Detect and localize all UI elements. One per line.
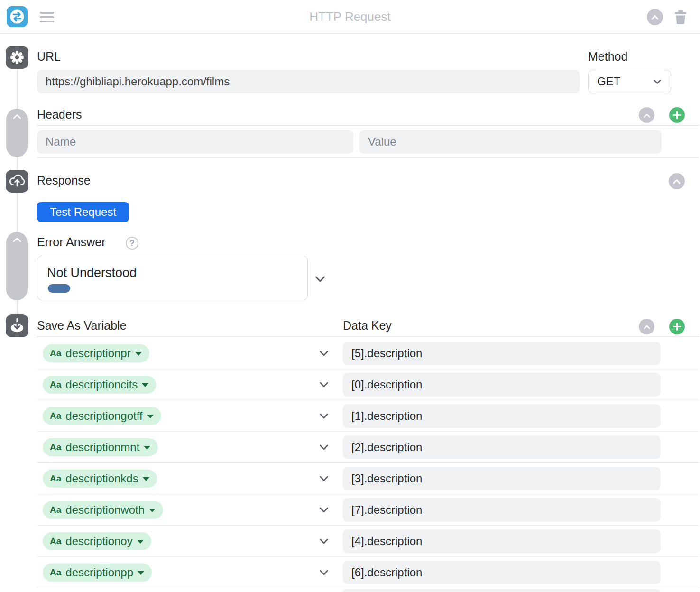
plus-icon xyxy=(672,322,682,331)
variable-name: descriptionmnt xyxy=(65,441,139,454)
url-input[interactable] xyxy=(37,70,580,93)
error-answer-label: Error Answer xyxy=(37,235,105,249)
pill-dropdown-triangle-icon xyxy=(135,352,142,356)
variable-name: descriptioncits xyxy=(65,378,138,391)
http-request-block-editor: HTTP Request xyxy=(0,0,700,592)
divider xyxy=(37,588,699,589)
top-bar: HTTP Request xyxy=(0,0,700,34)
data-key-label: Data Key xyxy=(343,319,392,333)
headers-label: Headers xyxy=(37,108,82,121)
pill-dropdown-triangle-icon xyxy=(149,509,156,512)
test-request-button[interactable]: Test Request xyxy=(37,202,129,222)
variable-type-prefix: Aa xyxy=(50,473,61,484)
data-key-input[interactable] xyxy=(343,529,661,553)
save-variable-section-icon xyxy=(6,314,28,337)
method-label: Method xyxy=(588,50,627,64)
variable-pill[interactable]: Aa descriptioncits xyxy=(43,376,156,394)
data-key-input[interactable] xyxy=(343,404,661,428)
header-value-input[interactable] xyxy=(359,130,662,154)
variable-type-prefix: Aa xyxy=(50,536,61,546)
variable-type-prefix: Aa xyxy=(50,411,61,421)
data-key-input[interactable] xyxy=(343,561,661,584)
block-title: HTTP Request xyxy=(0,0,700,34)
chevron-up-icon xyxy=(650,14,660,20)
variable-type-prefix: Aa xyxy=(50,567,61,578)
url-label: URL xyxy=(37,50,61,64)
variable-row: Aa descriptionwoth xyxy=(0,494,700,526)
data-key-input-partial[interactable] xyxy=(343,589,661,592)
error-answer-value: Not Understood xyxy=(47,266,137,280)
variable-row: Aa descriptioncits xyxy=(0,369,700,400)
divider xyxy=(37,125,699,126)
variable-name: descriptionpr xyxy=(65,347,130,360)
variable-name: descriptionpp xyxy=(65,566,133,579)
chevron-down-icon[interactable] xyxy=(317,472,331,485)
variable-row: Aa descriptionpr xyxy=(0,338,700,369)
method-value: GET xyxy=(597,75,620,88)
response-collapse-button[interactable] xyxy=(669,173,685,189)
data-key-input[interactable] xyxy=(343,435,661,459)
variable-pill[interactable]: Aa descriptionwoth xyxy=(43,501,163,519)
error-answer-select[interactable]: Not Understood xyxy=(37,256,308,300)
save-collapse-button[interactable] xyxy=(639,319,654,334)
variable-pill[interactable]: Aa descriptionkds xyxy=(43,470,157,488)
variable-type-prefix: Aa xyxy=(50,379,61,390)
data-key-input[interactable] xyxy=(343,467,661,490)
chevron-down-icon[interactable] xyxy=(317,503,331,517)
chevron-down-icon[interactable] xyxy=(317,441,331,454)
save-as-variable-label: Save As Variable xyxy=(37,319,127,333)
variable-row: Aa descriptionoy xyxy=(0,526,700,557)
variable-pill[interactable]: Aa descriptiongotff xyxy=(43,407,161,425)
variable-row: Aa descriptiongotff xyxy=(0,400,700,432)
pill-dropdown-triangle-icon xyxy=(142,383,148,387)
data-key-input[interactable] xyxy=(343,373,661,397)
response-section-icon xyxy=(6,170,28,193)
response-label: Response xyxy=(37,174,91,187)
chevron-down-icon xyxy=(652,76,663,87)
variable-type-prefix: Aa xyxy=(50,348,61,359)
pill-dropdown-triangle-icon xyxy=(138,571,144,575)
method-select[interactable]: GET xyxy=(588,70,671,93)
chevron-up-icon xyxy=(12,113,22,120)
data-key-input[interactable] xyxy=(343,342,661,365)
variable-row: Aa descriptionpp xyxy=(0,557,700,588)
trash-icon[interactable] xyxy=(672,9,689,26)
variable-name: descriptionkds xyxy=(65,472,138,485)
variable-type-prefix: Aa xyxy=(50,442,61,453)
error-answer-rail-collapse[interactable] xyxy=(6,232,28,300)
chevron-up-icon xyxy=(643,324,651,330)
url-section-icon xyxy=(6,46,28,69)
chevron-down-icon[interactable] xyxy=(317,378,331,391)
chevron-down-icon[interactable] xyxy=(317,566,331,579)
header-name-input[interactable] xyxy=(37,130,353,154)
chevron-down-icon[interactable] xyxy=(317,535,331,548)
variable-type-prefix: Aa xyxy=(50,505,61,515)
add-header-button[interactable] xyxy=(669,107,685,123)
add-variable-button[interactable] xyxy=(669,319,685,334)
headers-collapse-button[interactable] xyxy=(639,107,654,123)
headers-rail-collapse[interactable] xyxy=(6,109,28,157)
divider xyxy=(37,336,699,337)
chevron-up-icon xyxy=(672,178,682,185)
save-download-icon xyxy=(7,316,27,336)
variable-row: Aa descriptionmnt xyxy=(0,432,700,463)
chevron-down-icon[interactable] xyxy=(317,347,331,360)
variable-name: descriptionwoth xyxy=(65,503,145,517)
chevron-down-icon[interactable] xyxy=(313,271,328,287)
variable-pill[interactable]: Aa descriptionmnt xyxy=(43,438,158,456)
pill-dropdown-triangle-icon xyxy=(147,415,154,418)
cloud-upload-icon xyxy=(7,171,27,191)
chevron-down-icon[interactable] xyxy=(317,409,331,423)
variable-pill[interactable]: Aa descriptionpp xyxy=(43,564,152,582)
divider xyxy=(37,157,699,158)
variable-name: descriptionoy xyxy=(65,535,132,548)
variable-pill[interactable]: Aa descriptionoy xyxy=(43,532,151,550)
collapse-block-button[interactable] xyxy=(647,9,663,25)
chevron-up-icon xyxy=(12,236,22,243)
help-icon[interactable]: ? xyxy=(126,237,138,250)
variable-row: Aa descriptionkds xyxy=(0,463,700,494)
pill-dropdown-triangle-icon xyxy=(144,446,150,450)
data-key-input[interactable] xyxy=(343,498,661,522)
variable-pill[interactable]: Aa descriptionpr xyxy=(43,344,149,362)
gear-icon xyxy=(8,48,26,66)
